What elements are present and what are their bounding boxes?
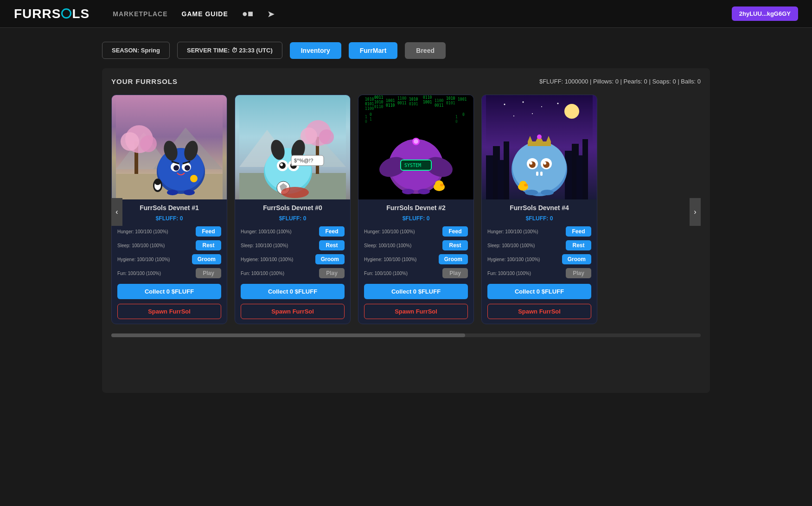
svg-point-24 [184,190,195,195]
card-0-sleep-row: Sleep: 100/100 (100%) Rest [241,240,345,250]
card-4-sleep-label: Sleep: 100/100 (100%) [487,243,562,248]
server-time-badge: SERVER TIME: ⏱ 23:33 (UTC) [177,42,282,59]
svg-text:0101: 0101 [365,102,374,106]
season-badge: SEASON: Spring [102,42,170,59]
svg-text:0: 0 [365,120,367,124]
card-2-collect-button[interactable]: Collect 0 $FLUFF [364,284,468,299]
card-2-fun-label: Fun: 100/100 (100%) [364,271,439,276]
card-1-spawn-button[interactable]: Spawn FurrSol [117,304,221,319]
card-0-name: FurrSols Devnet #0 [241,204,345,211]
svg-point-100 [523,102,524,103]
card-2-hunger-row: Hunger: 100/100 (100%) Feed [364,226,468,237]
card-2-groom-button[interactable]: Groom [439,254,468,264]
card-1-hunger-label: Hunger: 100/100 (100%) [117,229,192,234]
svg-point-86 [440,184,444,186]
twitter-icon[interactable]: ➤ [267,8,275,19]
card-2-feed-button[interactable]: Feed [442,226,468,237]
server-time-value: 23:33 (UTC) [239,47,272,54]
discord-icon[interactable]: ●■ [242,8,253,19]
card-1-sleep-row: Sleep: 100/100 (100%) Rest [117,240,221,250]
svg-point-21 [154,179,161,185]
furrmart-button[interactable]: FurrMart [349,42,398,59]
card-0-feed-button[interactable]: Feed [319,226,345,237]
svg-text:0011: 0011 [374,96,383,100]
header: FURRSLS MARKETPLACE GAME GUIDE ●■ ➤ 2hyL… [0,0,812,28]
svg-point-103 [513,115,514,116]
card-0-image: $^%@!? [235,95,350,199]
card-0-sleep-stat: Sleep: 100/100 (100%) [241,243,315,248]
svg-text:0011: 0011 [397,101,406,105]
card-4-sleep-stat: Sleep: 100/100 (100%) [487,243,562,248]
card-2-fun-row: Fun: 100/100 (100%) Play [364,268,468,278]
breed-button[interactable]: Breed [405,42,446,59]
card-1-collect-button[interactable]: Collect 0 $FLUFF [117,284,221,299]
card-1-hygiene-stat: Hygiene: 100/100 (100%) [117,256,188,262]
card-1-hygiene-row: Hygiene: 100/100 (100%) Groom [117,254,221,264]
card-4-collect-button[interactable]: Collect 0 $FLUFF [487,284,591,299]
card-1-hunger-row: Hunger: 100/100 (100%) Feed [117,226,221,237]
card-4-fun-label: Fun: 100/100 (100%) [487,271,562,276]
card-1-fun-row: Fun: 100/100 (100%) Play [117,268,221,278]
svg-point-98 [564,104,579,119]
inventory-button[interactable]: Inventory [290,42,341,59]
svg-text:0: 0 [455,120,458,124]
nav-marketplace[interactable]: MARKETPLACE [113,10,167,18]
svg-rect-93 [504,141,509,199]
svg-point-104 [532,113,533,114]
card-4-play-button[interactable]: Play [566,268,591,278]
card-0-spawn-button[interactable]: Spawn FurrSol [241,304,345,319]
scroll-left-button[interactable]: ‹ [111,198,122,226]
svg-rect-107 [528,141,551,146]
svg-text:1100: 1100 [365,107,374,111]
card-0-body: FurrSols Devnet #0 $FLUFF: 0 Hunger: 100… [235,199,350,324]
card-0-rest-button[interactable]: Rest [319,240,345,250]
svg-point-7 [140,135,157,152]
clock-icon: ⏱ [231,47,239,54]
svg-text:1: 1 [455,115,458,119]
card-1-body: FurrSols Devnet #1 $FLUFF: 0 Hunger: 100… [112,199,227,324]
svg-point-116 [530,162,532,165]
card-4-spawn-button[interactable]: Spawn FurrSol [487,304,591,319]
svg-point-87 [402,189,414,194]
card-1-fun-label: Fun: 100/100 (100%) [117,271,192,276]
wallet-button[interactable]: 2hyLUU...kgG6GY [732,6,798,21]
card-0-play-button[interactable]: Play [319,268,345,278]
svg-text:1001: 1001 [458,97,467,102]
card-0-collect-button[interactable]: Collect 0 $FLUFF [241,284,345,299]
svg-text:1001: 1001 [423,100,432,104]
logo: FURRSLS [14,6,90,21]
svg-point-102 [557,103,559,104]
card-4-image [482,95,597,199]
card-2-hygiene-row: Hygiene: 100/100 (100%) Groom [364,254,468,264]
scrollbar-thumb[interactable] [111,333,465,337]
card-2-fun-stat: Fun: 100/100 (100%) [364,270,439,276]
card-4-rest-button[interactable]: Rest [566,240,591,250]
card-2-play-button[interactable]: Play [442,268,468,278]
svg-point-111 [537,135,542,139]
svg-point-6 [121,132,139,151]
svg-point-47 [281,187,309,198]
svg-text:1001: 1001 [386,99,395,103]
card-0-hygiene-row: Hygiene: 100/100 (100%) Groom [241,254,345,264]
horizontal-scrollbar[interactable] [111,333,701,337]
svg-point-99 [504,104,505,105]
toolbar: SEASON: Spring SERVER TIME: ⏱ 23:33 (UTC… [0,28,812,68]
card-1-play-button[interactable]: Play [196,268,221,278]
card-4-feed-button[interactable]: Feed [566,226,591,237]
card-1-groom-button[interactable]: Groom [192,254,221,264]
card-4-groom-button[interactable]: Groom [562,254,591,264]
panel-title: YOUR FURRSOLS [111,77,178,85]
card-2-spawn-button[interactable]: Spawn FurrSol [364,304,468,319]
svg-point-15 [173,165,179,171]
card-1-hunger-stat: Hunger: 100/100 (100%) [117,229,192,234]
scroll-right-button[interactable]: › [690,198,701,226]
card-2-rest-button[interactable]: Rest [442,240,468,250]
card-0-groom-button[interactable]: Groom [315,254,345,264]
nav-game-guide[interactable]: GAME GUIDE [182,10,228,18]
card-1-rest-button[interactable]: Rest [196,240,221,250]
svg-point-101 [541,106,542,107]
card-0-fun-label: Fun: 100/100 (100%) [241,271,315,276]
card-2-name: FurrSols Devnet #2 [364,204,468,211]
card-1-feed-button[interactable]: Feed [196,226,221,237]
svg-text:1: 1 [370,117,372,122]
